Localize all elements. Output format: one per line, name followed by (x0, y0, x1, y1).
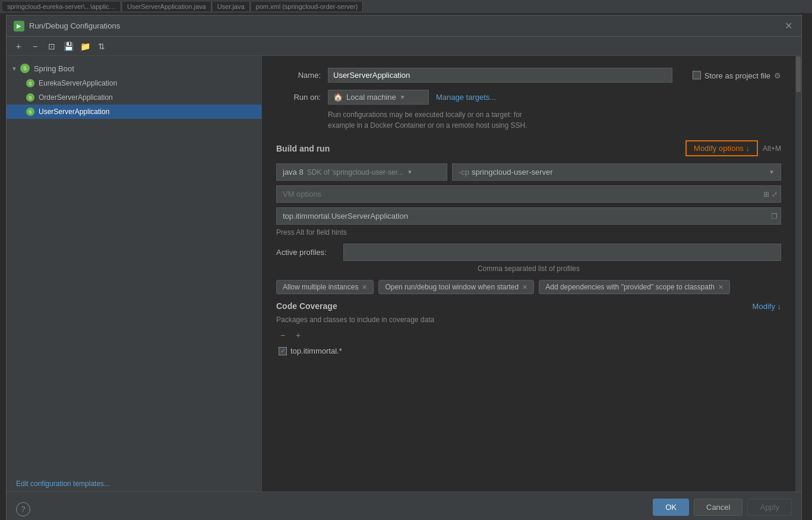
dialog-icon: ▶ (14, 21, 24, 31)
apply-button[interactable]: Apply (747, 499, 792, 516)
run-debug-dialog: ▶ Run/Debug Configurations ✕ + − ⊡ 💾 📁 ⇅… (6, 15, 802, 520)
local-machine-dropdown[interactable]: 🏠 Local machine ▼ (328, 90, 429, 105)
vm-options-row: ⊞ ⤢ (276, 185, 781, 203)
tag-allow-multiple-label: Allow multiple instances (283, 283, 358, 291)
store-project-checkbox[interactable] (693, 71, 701, 80)
dialog-body: ▼ S Spring Boot S EurekaServerApplicatio… (7, 56, 801, 491)
copy-icon[interactable]: ❐ (771, 212, 778, 220)
order-icon: S (26, 93, 35, 102)
cp-value-text: springcloud-user-server (472, 168, 766, 177)
java-sdk-dropdown[interactable]: java 8 SDK of 'springcloud-user-ser... ▼ (276, 163, 447, 181)
coverage-header: Code Coverage Modify ↓ (276, 301, 781, 311)
copy-config-button[interactable]: ⊡ (45, 39, 59, 53)
tag-open-tool-window: Open run/debug tool window when started … (378, 280, 534, 294)
user-icon: S (26, 107, 35, 116)
press-alt-hint: Press Alt for field hints (276, 228, 781, 237)
profiles-row: Active profiles: (276, 244, 781, 261)
tag-add-dependencies: Add dependencies with "provided" scope t… (539, 280, 730, 294)
sort-config-button[interactable]: ⇅ (94, 39, 109, 53)
eureka-icon: S (26, 78, 35, 88)
spring-boot-group: ▼ S Spring Boot S EurekaServerApplicatio… (7, 61, 261, 119)
close-button[interactable]: ✕ (782, 20, 794, 32)
dialog-title: Run/Debug Configurations (29, 21, 782, 30)
folder-config-button[interactable]: 📁 (78, 39, 92, 53)
run-on-row: Run on: 🏠 Local machine ▼ Manage targets… (276, 90, 781, 105)
sdk-arrow-icon: ▼ (407, 169, 413, 175)
dropdown-arrow-icon: ▼ (400, 94, 406, 100)
coverage-modify-link[interactable]: Modify ↓ (753, 302, 781, 311)
main-panel: Name: Store as project file ⚙ Run on: 🏠 … (262, 56, 795, 491)
vm-fullscreen-icon[interactable]: ⤢ (772, 190, 778, 198)
spring-boot-icon: S (20, 63, 30, 74)
coverage-modify-label: Modify ↓ (753, 302, 781, 311)
cancel-button[interactable]: Cancel (694, 499, 743, 516)
gear-icon[interactable]: ⚙ (774, 71, 781, 80)
cp-arrow-icon: ▼ (769, 169, 775, 175)
tag-add-dependencies-close[interactable]: ✕ (718, 283, 723, 291)
editor-tabs: springcloud-eureka-server\...\applicatio… (0, 0, 812, 13)
manage-targets-link[interactable]: Manage targets... (436, 93, 496, 102)
tag-add-dependencies-label: Add dependencies with "provided" scope t… (545, 283, 715, 291)
order-label: OrderServerApplication (39, 93, 113, 102)
home-icon: 🏠 (333, 93, 343, 102)
dialog-toolbar: + − ⊡ 💾 📁 ⇅ (7, 37, 801, 56)
build-run-title: Build and run (276, 144, 330, 153)
coverage-toolbar: − + (276, 329, 781, 342)
cp-dropdown[interactable]: -cp springcloud-user-server ▼ (452, 163, 781, 181)
run-on-label: Run on: (276, 93, 321, 102)
sidebar-item-order[interactable]: S OrderServerApplication (7, 90, 261, 105)
main-scrollbar[interactable] (795, 56, 801, 491)
spring-boot-header[interactable]: ▼ S Spring Boot (7, 61, 261, 76)
profiles-hint: Comma separated list of profiles (276, 264, 781, 273)
run-hint-text: Run configurations may be executed local… (328, 109, 781, 131)
name-row: Name: Store as project file ⚙ (276, 68, 781, 83)
vm-icons: ⊞ ⤢ (763, 190, 778, 198)
cp-prefix-text: -cp (459, 168, 469, 177)
sidebar-item-eureka[interactable]: S EurekaServerApplication (7, 76, 261, 90)
tab-4[interactable]: pom.xml (springcloud-order-server) (251, 2, 364, 11)
coverage-item-row: ✓ top.itimmortal.* (276, 345, 781, 357)
eureka-label: EurekaServerApplication (39, 79, 117, 87)
edit-templates-link[interactable]: Edit configuration templates... (11, 477, 257, 490)
coverage-add-button[interactable]: + (292, 329, 305, 342)
coverage-item-label: top.itimmortal.* (290, 346, 342, 355)
tag-open-tool-window-close[interactable]: ✕ (522, 283, 527, 291)
modify-options-label: Modify options ↓ (694, 144, 750, 153)
coverage-hint: Packages and classes to include in cover… (276, 316, 781, 324)
main-class-input[interactable] (276, 207, 781, 225)
coverage-section: Code Coverage Modify ↓ Packages and clas… (276, 301, 781, 357)
tag-allow-multiple-close[interactable]: ✕ (362, 283, 367, 291)
ok-button[interactable]: OK (653, 499, 689, 516)
vm-options-input[interactable] (276, 185, 781, 203)
modify-options-button[interactable]: Modify options ↓ (685, 140, 758, 156)
local-machine-text: Local machine (346, 93, 396, 102)
profiles-input[interactable] (343, 244, 781, 261)
coverage-title: Code Coverage (276, 301, 337, 311)
name-input[interactable] (328, 68, 672, 83)
profiles-label: Active profiles: (276, 248, 339, 257)
sidebar: ▼ S Spring Boot S EurekaServerApplicatio… (7, 56, 262, 491)
modify-options-area: Modify options ↓ Alt+M (685, 140, 781, 156)
user-label: UserServerApplication (39, 108, 109, 116)
store-project-row: Store as project file ⚙ (693, 71, 781, 80)
modify-options-shortcut: Alt+M (763, 144, 781, 153)
save-config-button[interactable]: 💾 (61, 39, 75, 53)
spring-boot-label: Spring Boot (34, 64, 74, 73)
main-class-row: ❐ (276, 207, 781, 225)
coverage-remove-button[interactable]: − (276, 329, 289, 342)
java-version-text: java 8 (283, 168, 304, 177)
tab-2[interactable]: UserServerApplication.java (122, 2, 211, 11)
tree-arrow-icon: ▼ (11, 65, 17, 72)
sdk-detail-text: SDK of 'springcloud-user-ser... (307, 168, 403, 177)
vm-expand-icon[interactable]: ⊞ (763, 190, 769, 198)
coverage-item-checkbox[interactable]: ✓ (279, 347, 287, 355)
sidebar-item-user[interactable]: S UserServerApplication (7, 105, 261, 119)
tab-1[interactable]: springcloud-eureka-server\...\applicatio… (2, 2, 121, 11)
add-config-button[interactable]: + (11, 39, 26, 53)
tab-3[interactable]: User.java (213, 2, 250, 11)
tag-allow-multiple: Allow multiple instances ✕ (276, 280, 374, 294)
sdk-row: java 8 SDK of 'springcloud-user-ser... ▼… (276, 163, 781, 181)
remove-config-button[interactable]: − (28, 39, 42, 53)
scrollbar-thumb (796, 56, 801, 92)
name-label: Name: (276, 71, 321, 80)
